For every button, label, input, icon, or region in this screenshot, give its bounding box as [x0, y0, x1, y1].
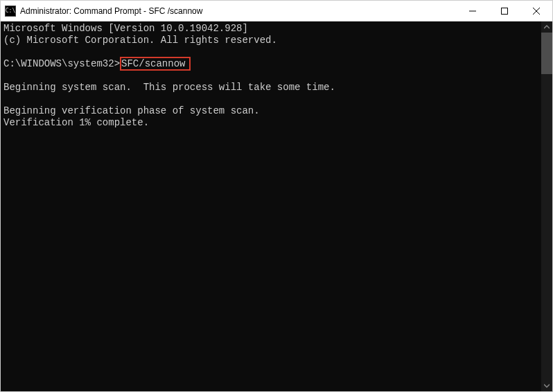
- scrollbar[interactable]: [541, 21, 552, 391]
- output-line: Verification 1% complete.: [3, 117, 149, 128]
- terminal-output[interactable]: Microsoft Windows [Version 10.0.19042.92…: [1, 21, 541, 391]
- minimize-button[interactable]: [457, 1, 489, 21]
- output-line: Microsoft Windows [Version 10.0.19042.92…: [3, 23, 248, 34]
- minimize-icon: [469, 8, 476, 15]
- prompt-path: C:\WINDOWS\system32>: [3, 58, 120, 69]
- maximize-icon: [501, 8, 508, 15]
- window-controls: [457, 1, 552, 21]
- chevron-down-icon: [544, 383, 550, 389]
- command-prompt-window: C:\ Administrator: Command Prompt - SFC …: [0, 0, 553, 392]
- close-icon: [533, 8, 540, 15]
- window-title: Administrator: Command Prompt - SFC /sca…: [20, 6, 457, 16]
- scroll-up-button[interactable]: [541, 21, 552, 33]
- maximize-button[interactable]: [489, 1, 520, 21]
- chevron-up-icon: [544, 24, 550, 30]
- output-line: (c) Microsoft Corporation. All rights re…: [3, 35, 277, 46]
- output-line: Beginning verification phase of system s…: [3, 105, 260, 116]
- command-highlight: SFC/scannow: [120, 57, 191, 71]
- scroll-down-button[interactable]: [541, 380, 552, 391]
- close-button[interactable]: [520, 1, 552, 21]
- titlebar[interactable]: C:\ Administrator: Command Prompt - SFC …: [1, 1, 552, 21]
- app-icon: C:\: [5, 6, 16, 17]
- output-line: Beginning system scan. This process will…: [3, 82, 335, 93]
- terminal-area: Microsoft Windows [Version 10.0.19042.92…: [1, 21, 552, 391]
- scroll-thumb[interactable]: [541, 33, 552, 74]
- svg-rect-1: [502, 8, 508, 14]
